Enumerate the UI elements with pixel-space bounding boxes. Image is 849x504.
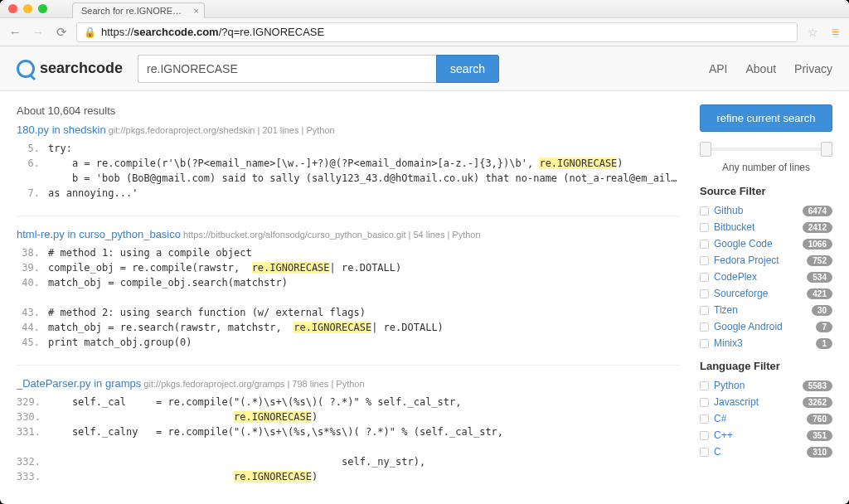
source-filter-item[interactable]: Bitbucket2412 xyxy=(700,219,832,235)
checkbox-icon[interactable] xyxy=(700,381,709,390)
language-filter-item[interactable]: Python5583 xyxy=(700,377,832,394)
result-meta: git://pkgs.fedoraproject.org/shedskin | … xyxy=(106,125,335,135)
filter-count-badge: 752 xyxy=(807,255,832,266)
tab-strip: Search for re.IGNORECASE × xyxy=(72,0,205,18)
source-filter-item[interactable]: Google Android7 xyxy=(700,318,832,335)
filter-label: Github xyxy=(714,205,743,216)
brand-logo[interactable]: searchcode xyxy=(17,60,123,78)
source-filter-item[interactable]: Sourceforge421 xyxy=(700,285,832,302)
bookmark-icon[interactable]: ☆ xyxy=(804,26,822,39)
source-filter-item[interactable]: Minix31 xyxy=(700,335,832,351)
filter-label: C# xyxy=(714,413,726,424)
nav-api[interactable]: API xyxy=(709,62,728,75)
search-button[interactable]: search xyxy=(436,55,499,83)
line-text: print match_obj.group(0) xyxy=(48,335,192,350)
language-filter-item[interactable]: Javascript3262 xyxy=(700,394,832,410)
language-filter-item[interactable]: C++351 xyxy=(700,427,832,443)
result-separator xyxy=(17,365,680,366)
refine-search-button[interactable]: refine current search xyxy=(700,104,832,132)
reload-icon[interactable]: ⟳ xyxy=(53,24,70,41)
filter-count-badge: 30 xyxy=(812,305,832,316)
checkbox-icon[interactable] xyxy=(700,256,709,265)
checkbox-icon[interactable] xyxy=(700,240,709,249)
slider-track xyxy=(700,148,832,151)
checkbox-icon[interactable] xyxy=(700,306,709,315)
browser-window: Search for re.IGNORECASE × ← → ⟳ 🔒 https… xyxy=(0,0,849,504)
line-number: 45. xyxy=(17,335,48,350)
line-text: match_obj = re.search(rawstr, matchstr, … xyxy=(48,320,444,335)
source-filter-head: Source Filter xyxy=(700,185,832,197)
filter-count-badge: 7 xyxy=(816,322,832,332)
checkbox-icon[interactable] xyxy=(700,398,709,407)
checkbox-icon[interactable] xyxy=(700,273,709,282)
line-text xyxy=(48,439,54,454)
language-filter-item[interactable]: C#760 xyxy=(700,410,832,427)
code-line: 5.try: xyxy=(17,141,680,156)
nav-about[interactable]: About xyxy=(746,62,777,75)
search-input[interactable] xyxy=(138,55,436,83)
filter-count-badge: 2412 xyxy=(803,222,832,233)
code-line: 332. self._ny_str), xyxy=(17,454,680,469)
line-number: 39. xyxy=(17,260,48,275)
checkbox-icon[interactable] xyxy=(700,448,709,457)
back-icon[interactable]: ← xyxy=(7,24,23,41)
brand-text: searchcode xyxy=(40,60,123,77)
filter-label: C++ xyxy=(714,429,733,441)
line-text xyxy=(48,290,54,305)
source-filter-item[interactable]: Tizen30 xyxy=(700,302,832,318)
result-meta: git://pkgs.fedoraproject.org/gramps | 79… xyxy=(141,379,364,389)
line-text: as annoying...' xyxy=(48,186,138,201)
line-text: self._cal = re.compile("(.*)\s+\(%s\)( ?… xyxy=(48,395,462,410)
filter-label: Sourceforge xyxy=(714,288,768,299)
checkbox-icon[interactable] xyxy=(700,206,709,216)
forward-icon[interactable]: → xyxy=(30,24,46,41)
tab-close-icon[interactable]: × xyxy=(194,6,199,16)
checkbox-icon[interactable] xyxy=(700,414,709,424)
checkbox-icon[interactable] xyxy=(700,223,709,232)
line-text: compile_obj = re.compile(rawstr, re.IGNO… xyxy=(48,260,401,275)
source-filter-item[interactable]: Fedora Project752 xyxy=(700,252,832,269)
maximize-window-icon[interactable] xyxy=(38,4,47,13)
line-number: 40. xyxy=(17,275,48,290)
code-block: 38.# method 1: using a compile object39.… xyxy=(17,245,680,350)
checkbox-icon[interactable] xyxy=(700,322,709,332)
checkbox-icon[interactable] xyxy=(700,289,709,298)
line-number: 333. xyxy=(17,469,48,484)
browser-tab[interactable]: Search for re.IGNORECASE × xyxy=(72,2,205,18)
result-meta: https://bitbucket.org/alfonsodg/curso_py… xyxy=(181,230,481,240)
lines-slider[interactable] xyxy=(700,142,832,157)
address-row: ← → ⟳ 🔒 https://searchcode.com/?q=re.IGN… xyxy=(0,18,849,46)
filter-label: Minix3 xyxy=(714,337,743,349)
highlight: re.IGNORECASE xyxy=(539,158,617,169)
line-text: match_obj = compile_obj.search(matchstr) xyxy=(48,275,288,290)
code-line: 7.as annoying...' xyxy=(17,186,680,201)
filter-label: Google Android xyxy=(714,321,783,332)
lock-icon: 🔒 xyxy=(84,27,96,38)
source-filter-item[interactable]: Google Code1066 xyxy=(700,235,832,252)
slider-handle-max[interactable] xyxy=(821,142,832,157)
source-filter-item[interactable]: Github6474 xyxy=(700,202,832,219)
result-title-link[interactable]: _DateParser.py in gramps xyxy=(17,377,141,390)
code-line: 39.compile_obj = re.compile(rawstr, re.I… xyxy=(17,260,680,275)
checkbox-icon[interactable] xyxy=(700,431,709,440)
nav-privacy[interactable]: Privacy xyxy=(794,62,832,75)
highlight: re.IGNORECASE xyxy=(234,471,312,482)
filter-count-badge: 6474 xyxy=(803,206,832,216)
checkbox-icon[interactable] xyxy=(700,339,709,348)
code-line: b = 'bob (BoB@gmail.com) said to sally (… xyxy=(17,171,680,186)
language-filter-item[interactable]: C310 xyxy=(700,443,832,460)
address-bar[interactable]: 🔒 https://searchcode.com/?q=re.IGNORECAS… xyxy=(76,22,798,42)
result-title-link[interactable]: html-re.py in curso_python_basico xyxy=(17,228,181,240)
close-window-icon[interactable] xyxy=(8,4,17,13)
code-line: 6. a = re.compile(r'\b(?P<email_name>[\w… xyxy=(17,156,680,171)
filter-count-badge: 5583 xyxy=(803,380,832,391)
source-filter-item[interactable]: CodePlex534 xyxy=(700,269,832,285)
menu-icon[interactable]: ≡ xyxy=(828,25,842,40)
minimize-window-icon[interactable] xyxy=(23,4,32,13)
result-title-link[interactable]: 180.py in shedskin xyxy=(17,124,106,136)
line-text: # method 2: using search function (w/ ex… xyxy=(48,305,366,320)
sidebar: refine current search Any number of line… xyxy=(700,104,832,504)
filter-count-badge: 310 xyxy=(807,447,832,458)
filter-count-badge: 760 xyxy=(807,414,832,424)
slider-handle-min[interactable] xyxy=(700,142,711,157)
